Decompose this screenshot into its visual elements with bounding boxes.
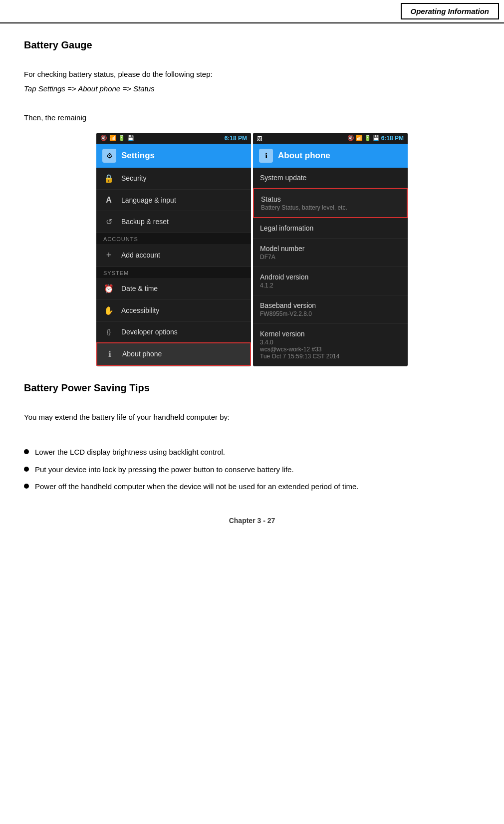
status-left-icons: 🔇 📶 🔋 💾 (100, 135, 134, 141)
about-system-update[interactable]: System update (253, 168, 408, 188)
status-subtitle: Battery Status, battery level, etc. (261, 204, 400, 211)
tip-item-1: Lower the LCD display brightness using b… (24, 447, 480, 458)
about-battery: 🔋 (364, 135, 371, 141)
settings-header-icon: ⚙ (102, 149, 116, 163)
baseband-value: FW8955m-V2.2.8.0 (260, 310, 401, 317)
bullet-3 (24, 484, 29, 489)
battery-tips-heading: Battery Power Saving Tips (24, 382, 480, 394)
baseband-title: Baseband version (260, 301, 401, 309)
datetime-icon: ⏰ (103, 284, 114, 293)
settings-header-title: Settings (121, 151, 155, 161)
system-update-title: System update (260, 174, 401, 182)
tip-text-3: Power off the handheld computer when the… (35, 481, 358, 493)
about-status-right: 🔇 📶 🔋 💾 6:18 PM (347, 135, 404, 142)
language-icon: A (103, 196, 114, 205)
android-version-value: 4.1.2 (260, 282, 401, 289)
system-section-label: SYSTEM (96, 267, 251, 278)
about-sd: 💾 (373, 135, 380, 141)
about-kernel[interactable]: Kernel version 3.4.0 wcs@wcs-work-12 #33… (253, 324, 408, 366)
add-account-label: Add account (121, 251, 160, 259)
battery-gauge-heading: Battery Gauge (24, 39, 480, 51)
battery-tips-section: Battery Power Saving Tips You may extend… (24, 382, 480, 493)
battery-gauge-para1: For checking battery status, please do t… (24, 69, 480, 80)
about-status-bar: 🖼 🔇 📶 🔋 💾 6:18 PM (253, 133, 408, 144)
status-right: 6:18 PM (225, 135, 247, 142)
developer-icon: {} (103, 328, 114, 335)
about-header-icon: ℹ (259, 149, 273, 163)
settings-header: ⚙ Settings (96, 144, 251, 168)
page-header: Operating Information (0, 0, 504, 23)
accessibility-label: Accessibility (121, 306, 159, 314)
about-mute-icon: 🔇 (347, 135, 354, 141)
about-status[interactable]: Status Battery Status, battery level, et… (253, 188, 408, 218)
about-signal: 📶 (356, 135, 363, 141)
language-label: Language & input (121, 196, 176, 204)
header-title: Operating Information (401, 3, 500, 19)
about-icon: ℹ (104, 349, 115, 359)
menu-item-language[interactable]: A Language & input (96, 190, 251, 211)
about-status-left: 🖼 (257, 135, 262, 141)
menu-item-developer[interactable]: {} Developer options (96, 322, 251, 342)
tip-item-2: Put your device into lock by pressing th… (24, 464, 480, 476)
battery-tips-para: You may extend the battery life of your … (24, 412, 480, 423)
security-label: Security (121, 174, 147, 182)
accessibility-icon: ✋ (103, 306, 114, 315)
about-header-title: About phone (278, 151, 330, 161)
sd-icon: 💾 (127, 135, 134, 141)
bullet-1 (24, 449, 29, 454)
kernel-title: Kernel version (260, 330, 401, 338)
about-legal[interactable]: Legal information (253, 218, 408, 239)
model-title: Model number (260, 245, 401, 253)
mute-icon: 🔇 (100, 135, 107, 141)
main-content: Battery Gauge For checking battery statu… (0, 23, 504, 560)
menu-item-about-phone[interactable]: ℹ About phone (96, 342, 251, 366)
about-baseband[interactable]: Baseband version FW8955m-V2.2.8.0 (253, 295, 408, 324)
menu-item-datetime[interactable]: ⏰ Date & time (96, 278, 251, 300)
menu-item-accessibility[interactable]: ✋ Accessibility (96, 300, 251, 322)
about-model[interactable]: Model number DF7A (253, 239, 408, 267)
menu-item-add-account[interactable]: + Add account (96, 244, 251, 267)
kernel-value: 3.4.0 wcs@wcs-work-12 #33 Tue Oct 7 15:5… (260, 339, 401, 360)
accounts-section-label: ACCOUNTS (96, 233, 251, 244)
backup-icon: ↺ (103, 217, 114, 227)
page-footer: Chapter 3 - 27 (24, 517, 480, 537)
about-time: 6:18 PM (381, 135, 404, 142)
settings-status-bar: 🔇 📶 🔋 💾 6:18 PM (96, 133, 251, 144)
about-label: About phone (122, 350, 162, 358)
android-version-title: Android version (260, 273, 401, 281)
tip-text-2: Put your device into lock by pressing th… (35, 464, 294, 476)
about-phone-screen: 🖼 🔇 📶 🔋 💾 6:18 PM ℹ About phone System u… (253, 133, 408, 366)
screenshots-row: 🔇 📶 🔋 💾 6:18 PM ⚙ Settings 🔒 Security (24, 133, 480, 366)
about-header: ℹ About phone (253, 144, 408, 168)
menu-item-backup[interactable]: ↺ Backup & reset (96, 211, 251, 233)
model-value: DF7A (260, 254, 401, 261)
datetime-label: Date & time (121, 284, 158, 292)
about-android-version[interactable]: Android version 4.1.2 (253, 267, 408, 295)
battery-icon: 🔋 (118, 135, 125, 141)
signal-bars: 📶 (109, 135, 116, 141)
battery-gauge-para2: Tap Settings => About phone => Status (24, 83, 480, 95)
backup-label: Backup & reset (121, 218, 169, 226)
about-img-icon: 🖼 (257, 135, 262, 141)
settings-time: 6:18 PM (225, 135, 247, 142)
footer-label: Chapter 3 - 27 (229, 517, 275, 525)
legal-title: Legal information (260, 224, 401, 232)
menu-item-security[interactable]: 🔒 Security (96, 168, 251, 190)
add-account-icon: + (103, 250, 114, 261)
settings-screen: 🔇 📶 🔋 💾 6:18 PM ⚙ Settings 🔒 Security (96, 133, 251, 366)
bullet-2 (24, 467, 29, 472)
status-title: Status (261, 195, 400, 203)
battery-tips-list: Lower the LCD display brightness using b… (24, 447, 480, 493)
developer-label: Developer options (121, 328, 178, 336)
battery-gauge-para3: Then, the remainig (24, 112, 480, 124)
tip-item-3: Power off the handheld computer when the… (24, 481, 480, 493)
security-icon: 🔒 (103, 174, 114, 183)
tip-text-1: Lower the LCD display brightness using b… (35, 447, 225, 458)
